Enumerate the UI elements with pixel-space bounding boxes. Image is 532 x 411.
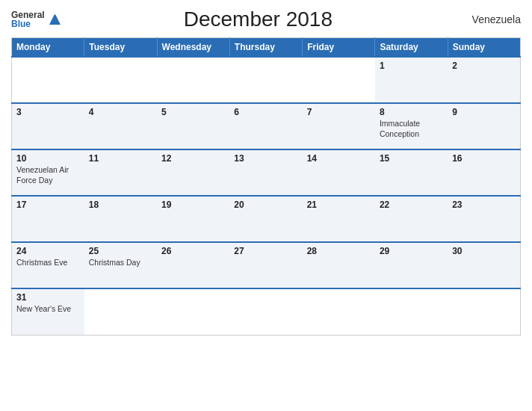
table-row: 9 — [448, 103, 520, 149]
header-thursday: Thursday — [229, 38, 302, 58]
table-row — [448, 288, 520, 335]
calendar-week-row: 17181920212223 — [12, 196, 521, 242]
table-row — [229, 57, 302, 103]
page: General Blue December 2018 Venezuela Mon… — [0, 0, 532, 411]
logo: General Blue — [11, 10, 63, 28]
table-row: 16 — [448, 149, 520, 196]
table-row — [157, 57, 229, 103]
svg-marker-1 — [50, 14, 61, 25]
table-row: 30 — [448, 242, 520, 288]
day-number: 14 — [307, 153, 371, 164]
table-row: 1 — [375, 57, 448, 103]
header: General Blue December 2018 Venezuela — [11, 7, 521, 31]
table-row: 21 — [303, 196, 375, 242]
day-number: 5 — [161, 107, 225, 117]
table-row: 27 — [229, 242, 302, 288]
table-row: 23 — [448, 196, 520, 242]
table-row: 15 — [375, 149, 448, 196]
header-friday: Friday — [303, 38, 375, 58]
country-label: Venezuela — [454, 13, 521, 25]
table-row: 2 — [448, 57, 520, 103]
calendar-table: Monday Tuesday Wednesday Thursday Friday… — [11, 37, 521, 336]
header-wednesday: Wednesday — [157, 38, 229, 58]
table-row — [84, 288, 157, 335]
table-row: 14 — [303, 149, 375, 196]
day-number: 31 — [16, 292, 80, 303]
day-event: Venezuelan Air Force Day — [16, 165, 80, 185]
calendar-week-row: 31New Year's Eve — [12, 288, 521, 335]
table-row: 12 — [157, 149, 229, 196]
table-row — [375, 288, 448, 335]
table-row: 10Venezuelan Air Force Day — [12, 149, 84, 196]
table-row: 7 — [303, 103, 375, 149]
table-row: 28 — [303, 242, 375, 288]
day-number: 8 — [380, 107, 443, 117]
day-number: 12 — [161, 153, 225, 164]
table-row — [157, 288, 229, 335]
table-row: 24Christmas Eve — [12, 242, 84, 288]
header-monday: Monday — [12, 38, 84, 58]
day-event: Christmas Eve — [16, 258, 80, 268]
day-number: 2 — [452, 61, 516, 71]
header-sunday: Sunday — [448, 38, 520, 58]
calendar-title: December 2018 — [63, 7, 454, 31]
day-event: Christmas Day — [89, 258, 152, 268]
table-row: 18 — [84, 196, 157, 242]
day-number: 18 — [89, 200, 152, 210]
table-row: 25Christmas Day — [84, 242, 157, 288]
day-number: 24 — [16, 246, 80, 256]
day-number: 29 — [380, 246, 443, 256]
day-number: 4 — [89, 107, 152, 117]
table-row: 3 — [12, 103, 84, 149]
table-row: 26 — [157, 242, 229, 288]
table-row: 29 — [375, 242, 448, 288]
day-event: New Year's Eve — [16, 304, 80, 315]
day-number: 21 — [307, 200, 371, 210]
header-tuesday: Tuesday — [84, 38, 157, 58]
day-number: 15 — [380, 153, 443, 164]
calendar-week-row: 345678Immaculate Conception9 — [12, 103, 521, 149]
table-row — [229, 288, 302, 335]
day-number: 25 — [89, 246, 152, 256]
table-row: 22 — [375, 196, 448, 242]
day-number: 17 — [16, 200, 80, 210]
day-number: 13 — [234, 153, 297, 164]
table-row — [303, 288, 375, 335]
day-number: 9 — [452, 107, 516, 117]
day-number: 26 — [161, 246, 225, 256]
day-number: 11 — [89, 153, 152, 164]
day-number: 22 — [380, 200, 443, 210]
table-row: 17 — [12, 196, 84, 242]
logo-icon — [46, 11, 63, 28]
table-row: 31New Year's Eve — [12, 288, 84, 335]
calendar-week-row: 10Venezuelan Air Force Day111213141516 — [12, 149, 521, 196]
day-number: 7 — [307, 107, 371, 117]
day-number: 30 — [452, 246, 516, 256]
table-row — [84, 57, 157, 103]
calendar-header-row: Monday Tuesday Wednesday Thursday Friday… — [12, 38, 521, 58]
table-row: 6 — [229, 103, 302, 149]
day-number: 28 — [307, 246, 371, 256]
day-number: 16 — [452, 153, 516, 164]
table-row: 20 — [229, 196, 302, 242]
table-row: 11 — [84, 149, 157, 196]
table-row: 8Immaculate Conception — [375, 103, 448, 149]
day-number: 20 — [234, 200, 297, 210]
day-number: 10 — [16, 153, 80, 164]
day-number: 19 — [161, 200, 225, 210]
day-number: 3 — [16, 107, 80, 117]
day-number: 23 — [452, 200, 516, 210]
day-number: 27 — [234, 246, 297, 256]
day-number: 1 — [380, 61, 443, 71]
table-row: 5 — [157, 103, 229, 149]
header-saturday: Saturday — [375, 38, 448, 58]
day-number: 6 — [234, 107, 297, 117]
day-event: Immaculate Conception — [380, 119, 443, 139]
calendar-week-row: 12 — [12, 57, 521, 103]
logo-blue-text: Blue — [11, 19, 45, 28]
table-row — [303, 57, 375, 103]
calendar-week-row: 24Christmas Eve25Christmas Day2627282930 — [12, 242, 521, 288]
table-row: 19 — [157, 196, 229, 242]
table-row: 13 — [229, 149, 302, 196]
table-row — [12, 57, 84, 103]
